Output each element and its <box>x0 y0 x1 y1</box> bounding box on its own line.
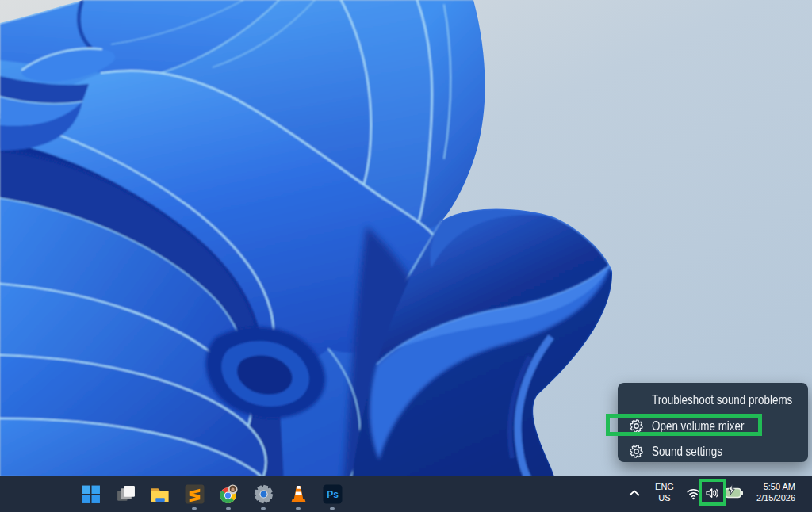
svg-text:Ps: Ps <box>327 489 339 500</box>
